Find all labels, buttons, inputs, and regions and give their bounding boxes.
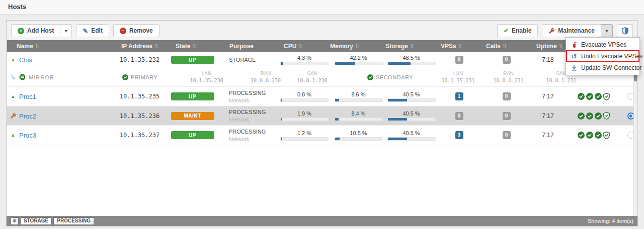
storage-bar — [387, 98, 436, 102]
purpose-label: STORAGE — [229, 57, 277, 63]
ip-address: 10.1.35.235 — [113, 93, 166, 100]
column-header-ip[interactable]: IP Address⇅ — [121, 40, 158, 52]
toolbar: + Add Host ▾ ✎ Edit − Remove ✔ Enable — [11, 24, 633, 37]
uptime: 7:17 — [532, 93, 564, 100]
health-check-icon — [586, 132, 593, 139]
page-title: Hosts — [0, 0, 26, 14]
storage-value: 40.5 % — [403, 130, 420, 136]
cpu-bar — [280, 118, 329, 121]
cpu-value: 4.3 % — [297, 55, 311, 61]
column-header-storage[interactable]: Storage⇅ — [385, 40, 414, 52]
health-check-icon — [595, 132, 602, 139]
purpose-sub-label: Network — [229, 97, 277, 103]
showing-count: Showing: 4 item(s) — [588, 218, 633, 224]
shield-icon — [622, 27, 628, 35]
secondary-lan: LAN10.1.35.231 — [439, 71, 477, 83]
filter-storage-button[interactable]: STORAGE — [20, 217, 52, 225]
shield-check-icon — [603, 112, 610, 120]
uptime: 7:18 — [532, 56, 564, 63]
add-host-caret-button[interactable]: ▾ — [60, 24, 72, 37]
toolbar-right-group: ✔ Enable Maintenance ▾ — [497, 24, 633, 37]
wrench-icon — [10, 112, 17, 119]
sort-icon: ⇅ — [503, 43, 507, 49]
storage-bar — [387, 137, 436, 141]
shield-check-icon — [603, 93, 610, 100]
table-row-clus[interactable]: ▲ Clus 10.1.35.232 UP STORAGE 4.3 % 42.2… — [7, 52, 637, 68]
primary-ran: RAN10.0.0.230 — [248, 71, 283, 83]
check-circle-icon — [122, 74, 128, 80]
filter-processing-button[interactable]: PROCESSING — [53, 217, 94, 225]
purpose-sub-label: Network — [229, 136, 277, 142]
ip-address: 10.1.35.236 — [113, 112, 166, 120]
sort-icon: ⇅ — [192, 43, 196, 49]
maintenance-label: Maintenance — [558, 27, 595, 34]
check-icon: ✔ — [504, 27, 509, 34]
column-header-uptime[interactable]: Uptime⇅ — [536, 40, 563, 52]
cpu-bar — [280, 137, 329, 141]
host-name-link[interactable]: Proc1 — [19, 93, 36, 100]
maintenance-caret-button[interactable]: ▾ — [601, 24, 613, 37]
column-header-memory[interactable]: Memory⇅ — [330, 40, 359, 52]
pencil-icon: ✎ — [83, 27, 88, 35]
host-name-link[interactable]: Proc2 — [19, 112, 36, 120]
caret-down-icon: ▾ — [65, 28, 67, 34]
uptime: 7:17 — [532, 112, 564, 120]
purpose-label: PROCESSING — [229, 129, 277, 135]
table-row-proc3[interactable]: ▲ Proc3 10.1.35.237 UP PROCESSINGNetwork… — [7, 126, 637, 145]
state-badge: UP — [171, 92, 214, 100]
host-name-link[interactable]: Proc3 — [19, 132, 36, 139]
column-header-state[interactable]: State⇅ — [176, 40, 197, 52]
purpose-label: PROCESSING — [229, 109, 277, 115]
edit-button[interactable]: ✎ Edit — [76, 24, 109, 37]
memory-bar — [335, 98, 383, 102]
shield-check-icon — [603, 132, 610, 139]
vps-count-badge: 0 — [455, 112, 463, 120]
wrench-icon — [548, 28, 555, 34]
cpu-value: 1.2 % — [297, 130, 311, 136]
branch-arrow-icon: ↳ — [11, 73, 16, 81]
table-row-proc1[interactable]: ▲ Proc1 10.1.35.235 UP PROCESSINGNetwork… — [7, 87, 637, 106]
menu-item-update-sw-connector[interactable]: Update SW-Connector — [566, 62, 639, 73]
table-header: Name⇅ IP Address⇅ State⇅ Purpose CPU⇅ Me… — [7, 40, 637, 52]
host-name-link[interactable]: Clus — [19, 56, 32, 64]
table-row-mirror: ↳ MIRROR PRIMARY LAN10.1.35.230 RAN10.0.… — [7, 68, 637, 87]
maintenance-menu: Evacuate VPSes ↺ Undo Evacuate VPSes Upd… — [566, 37, 640, 75]
mirror-label: MIRROR — [29, 74, 54, 80]
ip-address: 10.1.35.232 — [113, 56, 166, 63]
table-row-proc2[interactable]: Proc2 10.1.35.236 MAINT PROCESSINGNetwor… — [7, 106, 637, 126]
calls-count-badge: 0 — [503, 92, 511, 100]
sort-icon: ⇅ — [458, 43, 462, 49]
memory-bar — [335, 118, 383, 121]
vps-count-badge: 1 — [455, 92, 463, 100]
table-body: ▲ Clus 10.1.35.232 UP STORAGE 4.3 % 42.2… — [7, 52, 637, 216]
maintenance-button[interactable]: Maintenance — [542, 24, 601, 37]
check-circle-icon — [367, 74, 373, 80]
primary-lan: LAN10.1.35.230 — [165, 71, 248, 83]
column-header-purpose: Purpose — [229, 40, 254, 52]
remove-button[interactable]: − Remove — [113, 24, 159, 37]
column-header-name[interactable]: Name⇅ — [17, 40, 39, 52]
column-header-cpu[interactable]: CPU⇅ — [284, 40, 303, 52]
sort-icon: ⇅ — [35, 43, 39, 49]
cpu-value: 1.9 % — [297, 110, 311, 117]
menu-item-undo-evacuate-vpses[interactable]: ↺ Undo Evacuate VPSes — [566, 50, 639, 62]
storage-value: 40.5 % — [403, 91, 420, 97]
menu-item-evacuate-vpses[interactable]: Evacuate VPSes — [566, 39, 639, 50]
column-header-vpss[interactable]: VPSs⇅ — [441, 40, 462, 52]
asterisk-icon: ✱ — [13, 218, 17, 223]
add-host-button[interactable]: + Add Host — [11, 24, 60, 37]
purpose-sub-label: Network — [229, 117, 277, 123]
state-badge: UP — [171, 56, 214, 64]
mirror-disk-icon — [19, 74, 26, 80]
health-check-icon — [578, 132, 585, 139]
sort-icon: ⇅ — [410, 43, 414, 49]
triangle-up-icon: ▲ — [11, 94, 16, 99]
shield-button[interactable] — [617, 24, 633, 37]
memory-value: 8.4 % — [351, 110, 365, 117]
secondary-ran: RAN10.0.0.231 — [477, 71, 540, 83]
enable-button[interactable]: ✔ Enable — [497, 24, 538, 37]
filter-all-button[interactable]: ✱ — [11, 217, 19, 225]
cpu-bar — [280, 98, 329, 102]
top-bar: Hosts — [0, 0, 644, 15]
column-header-calls[interactable]: Calls⇅ — [486, 40, 507, 52]
